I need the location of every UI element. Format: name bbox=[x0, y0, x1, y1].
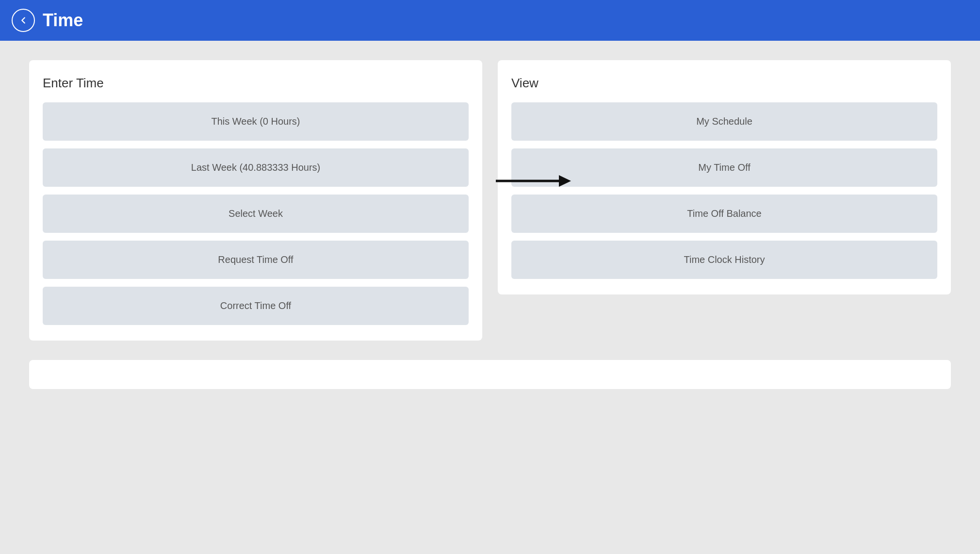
enter-time-title: Enter Time bbox=[43, 76, 469, 91]
back-button[interactable] bbox=[12, 9, 35, 32]
last-week-button[interactable]: Last Week (40.883333 Hours) bbox=[43, 148, 469, 187]
this-week-button[interactable]: This Week (0 Hours) bbox=[43, 102, 469, 141]
view-card: View My Schedule My Time Off Time Off Ba… bbox=[498, 60, 951, 294]
select-week-button[interactable]: Select Week bbox=[43, 195, 469, 233]
request-time-off-button[interactable]: Request Time Off bbox=[43, 241, 469, 279]
my-time-off-button[interactable]: My Time Off bbox=[511, 148, 937, 187]
view-title: View bbox=[511, 76, 937, 91]
bottom-partial-card bbox=[29, 360, 951, 389]
time-clock-history-button[interactable]: Time Clock History bbox=[511, 241, 937, 279]
enter-time-card: Enter Time This Week (0 Hours) Last Week… bbox=[29, 60, 482, 341]
my-schedule-button[interactable]: My Schedule bbox=[511, 102, 937, 141]
correct-time-off-button[interactable]: Correct Time Off bbox=[43, 287, 469, 325]
main-content: Enter Time This Week (0 Hours) Last Week… bbox=[0, 41, 980, 360]
time-off-balance-button[interactable]: Time Off Balance bbox=[511, 195, 937, 233]
app-header: Time bbox=[0, 0, 980, 41]
page-title: Time bbox=[43, 10, 83, 31]
